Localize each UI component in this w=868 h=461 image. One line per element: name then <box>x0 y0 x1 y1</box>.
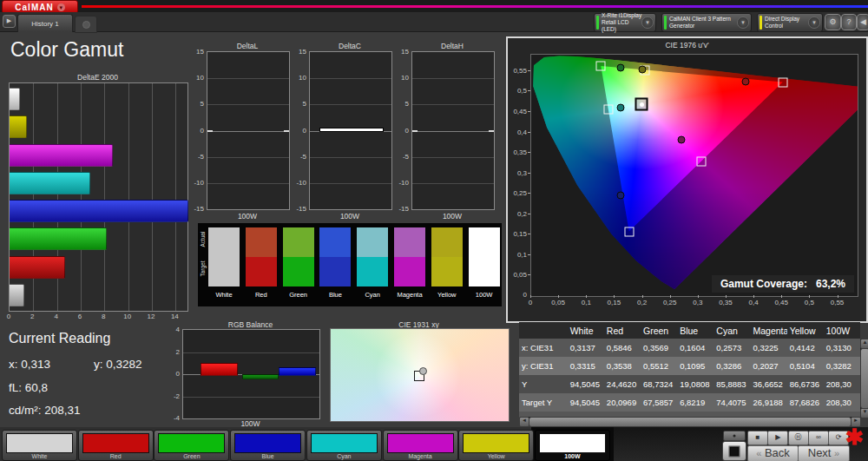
continuous-measure-button[interactable]: ∞ <box>808 431 829 445</box>
pattern-button-label: White <box>3 453 76 459</box>
x-tick-mark <box>838 295 838 298</box>
table-cell: 0,3569 <box>641 343 677 352</box>
current-reading-title: Current Reading <box>9 331 110 346</box>
y-tick-label: 0,25 <box>509 189 527 197</box>
row-label: y: CIE31 <box>519 361 568 371</box>
table-cell: 94,5045 <box>568 398 604 407</box>
chevron-left-icon: « <box>756 448 761 458</box>
white-dot-icon <box>640 102 644 107</box>
target-marker-green <box>596 61 606 70</box>
h-scroll-thumb[interactable] <box>529 417 852 427</box>
scroll-down-button[interactable]: ▼ <box>860 408 868 418</box>
column-header: Cyan <box>713 326 750 336</box>
y-tick-label: 15 <box>295 48 306 56</box>
device-button-3[interactable]: Direct Display Control▾ <box>757 13 823 32</box>
swatch-label: White <box>208 291 240 299</box>
y-tick-label: -15 <box>398 205 409 213</box>
deltac-chart <box>309 51 392 210</box>
pattern-button-label: Blue <box>231 453 305 459</box>
table-row: Y94,504524,462068,732419,080885,888336,6… <box>519 375 860 393</box>
swatch-label: Yellow <box>431 291 463 299</box>
pattern-button-cyan[interactable]: Cyan <box>306 430 382 461</box>
table-header-row: WhiteRedGreenBlueCyanMagentaYellow100W <box>519 322 860 339</box>
x-tick-label: 4 <box>50 313 62 320</box>
next-button[interactable]: Next » <box>798 445 850 461</box>
pattern-button-red[interactable]: Red <box>78 430 154 461</box>
back-button[interactable]: « Back <box>747 445 799 461</box>
target-swatch <box>319 257 351 286</box>
white-point-marker <box>414 371 424 381</box>
pattern-button-label: Green <box>155 453 228 459</box>
mini-chart-title: DeltaH <box>411 42 493 50</box>
pattern-button-green[interactable]: Green <box>154 430 229 461</box>
reading-x: x: 0,313 <box>9 358 50 371</box>
actual-target-swatch-panel: ActualTargetWhiteRedGreenBlueCyanMagenta… <box>198 223 502 306</box>
device-button-1[interactable]: X-Rite i1Display Retail LCD (LED)▾ <box>594 13 656 32</box>
gamut-coverage-label: Gamut Coverage: <box>720 278 807 290</box>
y-tick-label: 5 <box>398 100 409 108</box>
swatch-column-green <box>283 227 314 286</box>
pattern-button-yellow[interactable]: Yellow <box>458 430 534 461</box>
target-row-label: Target <box>200 267 206 277</box>
pattern-button-blue[interactable]: Blue <box>230 430 306 461</box>
x-tick-mark <box>642 295 643 298</box>
x-tick-mark <box>753 295 754 298</box>
table-row: Target Y94,504520,096967,58576,821974,40… <box>519 393 860 412</box>
table-cell: 0,5846 <box>604 343 641 352</box>
table-cell: 87,6826 <box>787 398 824 407</box>
actual-row-label: Actual <box>200 237 206 247</box>
delta-bar <box>319 128 383 132</box>
zero-stub <box>412 130 418 132</box>
run-session-icon[interactable]: ▶ <box>3 15 16 28</box>
collapse-panel-button[interactable]: ◀ <box>857 14 868 30</box>
tab-history-1[interactable]: History 1 <box>17 14 73 32</box>
swatch-column-white <box>208 227 240 286</box>
measured-marker-green <box>617 64 625 72</box>
help-button[interactable]: ? <box>841 14 857 30</box>
measured-marker-magenta <box>678 136 686 144</box>
x-tick-label: 0,4 <box>743 299 764 306</box>
gridline <box>207 131 289 132</box>
stop-button[interactable]: ■ <box>747 431 768 445</box>
table-cell: 94,5045 <box>568 379 604 389</box>
deltae-bar-cyan <box>10 172 90 194</box>
x-tick-label: 0,55 <box>827 299 848 306</box>
x-tick-label: 2 <box>26 313 38 320</box>
play-button[interactable]: ▶ <box>767 431 788 445</box>
actual-swatch <box>246 227 277 257</box>
pattern-button-label: 100W <box>536 453 609 459</box>
target-swatch <box>357 257 388 286</box>
pattern-swatch <box>539 433 606 453</box>
column-header: Red <box>604 326 641 336</box>
target-swatch <box>394 257 425 286</box>
gridline <box>207 157 289 158</box>
table-cell: 85,8883 <box>713 379 750 389</box>
measured-marker-blue <box>617 191 625 199</box>
pattern-button-white[interactable]: White <box>2 430 77 461</box>
deltae-bar-magenta <box>10 144 113 167</box>
deltae-x-axis: 02468101214 <box>9 313 188 321</box>
brand-gradient-stripe <box>82 5 868 8</box>
gamut-coverage-badge: Gamut Coverage: 63,2% <box>712 275 854 293</box>
cie1976-chart: Gamut Coverage: 63,2% <box>530 54 858 297</box>
single-measure-button[interactable]: Ⓗ <box>788 431 809 445</box>
table-cell: 36,6652 <box>750 379 786 389</box>
device-button-2[interactable]: CalMAN Client 3 Pattern Generator▾ <box>661 13 752 32</box>
read-measurement-button[interactable] <box>722 441 746 461</box>
swatch-label: 100W <box>469 291 500 299</box>
settings-gear-button[interactable]: ⚙ <box>825 14 841 30</box>
y-tick-label: 10 <box>193 74 204 82</box>
y-tick-label: 2 <box>168 348 180 356</box>
swatch-label: Magenta <box>394 291 425 299</box>
deltae-bar-blue <box>10 200 188 222</box>
pattern-button-magenta[interactable]: Magenta <box>383 430 458 461</box>
swatch-column-cyan <box>357 227 388 286</box>
tab-stub[interactable] <box>75 16 97 33</box>
target-swatch <box>246 257 277 286</box>
pattern-button-100w[interactable]: 100W <box>535 430 610 461</box>
gamut-coverage-value: 63,2% <box>816 278 845 290</box>
v-scroll-thumb[interactable] <box>860 348 868 409</box>
calman-window: CalMAN ▾ ▶ History 1 X-Rite i1Display Re… <box>0 0 868 461</box>
x-tick-label: 14 <box>168 313 181 320</box>
meter-options-button[interactable] <box>723 431 746 441</box>
